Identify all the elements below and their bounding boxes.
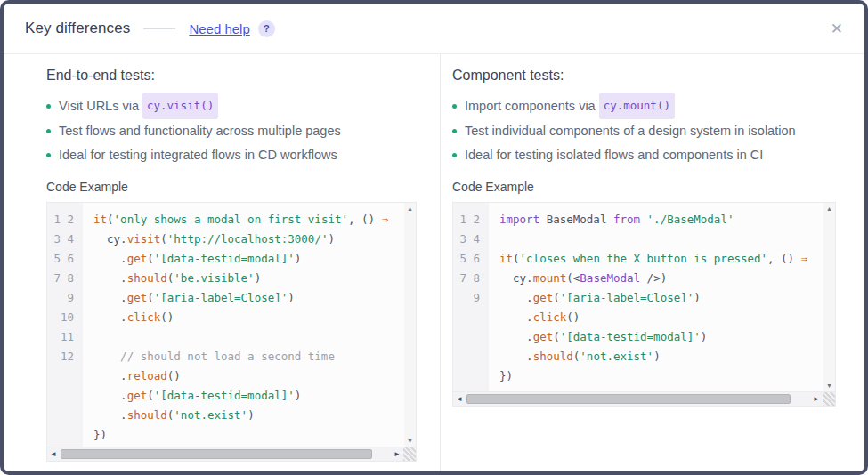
inline-code-chip: cy.visit() [142, 93, 218, 119]
need-help-link[interactable]: Need help [189, 21, 249, 36]
scroll-down-icon[interactable]: ▼ [407, 438, 413, 444]
code-line: .get('[aria-label=Close]') [499, 288, 823, 308]
component-bullet-list: Import components via cy.mount()Test ind… [452, 93, 836, 167]
bullet-dot-icon [452, 104, 457, 109]
code-lines: import BaseModal from './BaseModal' it('… [489, 203, 823, 391]
e2e-code-label: Code Example [46, 180, 417, 194]
scroll-left-icon[interactable]: ◄ [453, 392, 466, 406]
code-line: cy.mount(<BaseModal />) [499, 269, 823, 288]
bullet-item: Import components via cy.mount() [452, 93, 836, 119]
code-line: .get('[data-testid=modal]') [499, 327, 823, 347]
page-title: Key differences [25, 20, 130, 37]
help-question-icon[interactable]: ? [258, 20, 275, 37]
scrollbar-thumb[interactable] [61, 449, 372, 459]
code-line: .get('[data-testid=modal]') [93, 249, 404, 269]
modal-body: End-to-end tests: Visit URLs via cy.visi… [4, 54, 864, 471]
code-line: .reload() [93, 366, 404, 386]
scroll-left-icon[interactable]: ◄ [47, 447, 60, 461]
code-line [499, 229, 823, 249]
code-line: cy.visit('http://localhost:3000/') [93, 229, 404, 249]
bullet-item: Visit URLs via cy.visit() [46, 93, 417, 119]
bullet-item: Ideal for testing isolated flows and com… [452, 143, 836, 167]
code-line: }) [93, 425, 404, 445]
code-line: .click() [93, 308, 404, 327]
code-line [93, 327, 404, 347]
bullet-item: Test flows and functionality across mult… [46, 119, 417, 143]
scrollbar-corner [823, 392, 835, 406]
scroll-up-icon[interactable]: ▲ [407, 205, 413, 212]
scrollbar-thumb[interactable] [466, 394, 791, 404]
scrollbar-corner [403, 447, 416, 461]
bullet-item: Ideal for testing integrated flows in CD… [46, 143, 417, 167]
code-line: it('closes when the X button is pressed'… [499, 249, 823, 269]
e2e-code-block[interactable]: 1 2 3 4 5 6 7 8 9 10 11 12 it('only show… [46, 202, 417, 462]
bullet-item: Test individual components of a design s… [452, 119, 836, 143]
vertical-scrollbar[interactable]: ▲ ▼ [823, 203, 835, 391]
scroll-down-icon[interactable]: ▼ [826, 382, 832, 389]
modal-header: Key differences Need help ? ✕ [4, 4, 864, 54]
bullet-dot-icon [46, 104, 51, 109]
code-line: .get('[data-testid=modal]') [93, 386, 404, 406]
horizontal-scrollbar[interactable]: ◄ ► [47, 447, 416, 461]
bullet-dot-icon [46, 153, 51, 157]
code-line: import BaseModal from './BaseModal' [499, 210, 823, 229]
scroll-right-icon[interactable]: ► [810, 392, 823, 406]
code-line: }) [499, 366, 823, 386]
title-separator [143, 28, 175, 29]
code-line: .should('not.exist') [499, 347, 823, 366]
vertical-scrollbar[interactable]: ▲ ▼ [404, 203, 416, 447]
line-numbers: 1 2 3 4 5 6 7 8 9 10 11 12 [47, 203, 83, 447]
code-line: .should('not.exist') [93, 406, 404, 425]
code-line: it('only shows a modal on first visit', … [93, 210, 404, 229]
code-lines: it('only shows a modal on first visit', … [83, 203, 404, 447]
scroll-up-icon[interactable]: ▲ [826, 205, 832, 212]
code-line: .get('[aria-label=Close]') [93, 288, 404, 308]
bullet-dot-icon [46, 129, 51, 133]
e2e-bullet-list: Visit URLs via cy.visit()Test flows and … [46, 93, 417, 167]
component-column: Component tests: Import components via c… [440, 54, 864, 471]
line-numbers: 1 2 3 4 5 6 7 8 9 [453, 203, 489, 391]
component-heading: Component tests: [452, 68, 836, 84]
scroll-right-icon[interactable]: ► [391, 447, 403, 461]
bullet-dot-icon [452, 153, 457, 157]
code-line: // should not load a second time [93, 347, 404, 366]
horizontal-scrollbar[interactable]: ◄ ► [453, 391, 835, 406]
inline-code-chip: cy.mount() [599, 93, 675, 119]
e2e-column: End-to-end tests: Visit URLs via cy.visi… [4, 54, 440, 471]
code-line: .click() [499, 308, 823, 327]
key-differences-modal: Key differences Need help ? ✕ End-to-end… [0, 0, 868, 475]
e2e-heading: End-to-end tests: [46, 68, 417, 84]
component-code-block[interactable]: 1 2 3 4 5 6 7 8 9 import BaseModal from … [452, 202, 836, 407]
bullet-dot-icon [452, 129, 457, 133]
close-icon[interactable]: ✕ [831, 21, 843, 36]
component-code-label: Code Example [452, 180, 836, 194]
code-line: .should('be.visible') [93, 269, 404, 288]
